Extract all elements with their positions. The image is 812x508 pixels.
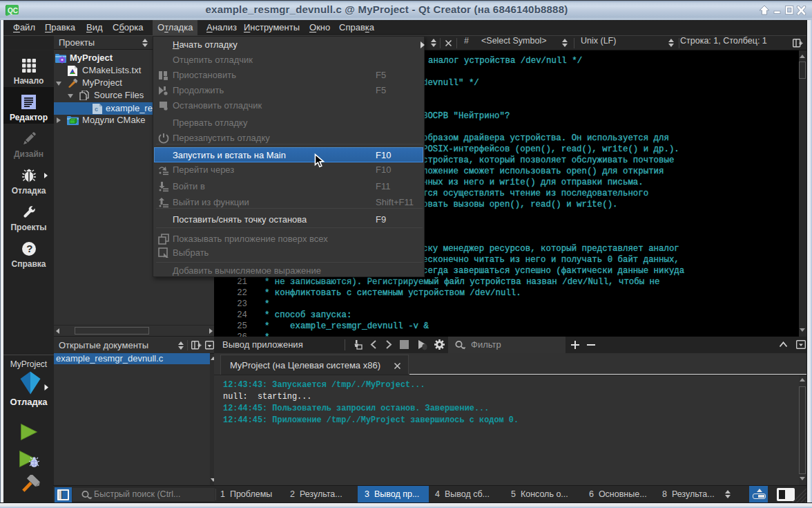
svg-text:c: c	[95, 106, 98, 113]
svg-text:QC: QC	[8, 7, 18, 15]
svg-text:?: ?	[26, 243, 32, 254]
